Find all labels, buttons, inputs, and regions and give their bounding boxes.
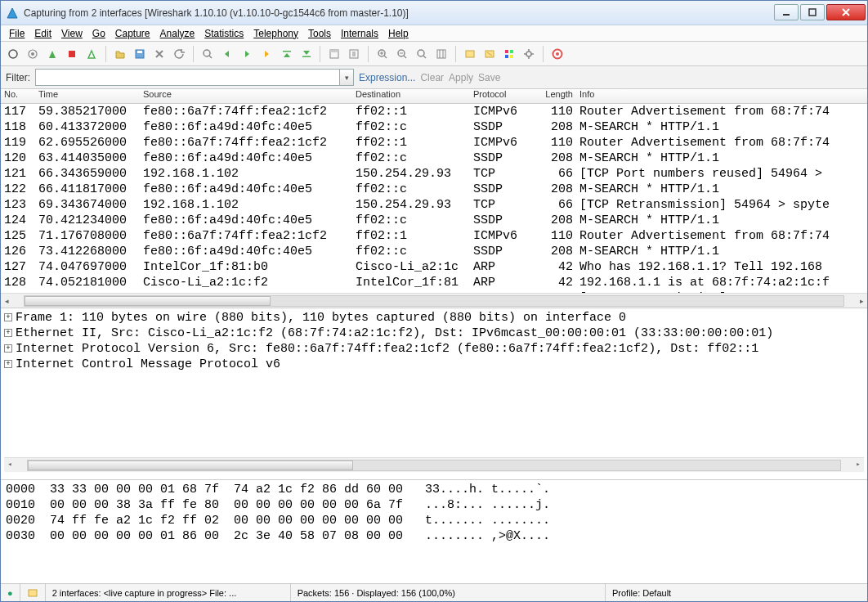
svg-rect-5: [69, 51, 75, 57]
cell-protocol: TCP: [470, 197, 530, 213]
stop-capture-icon[interactable]: [63, 45, 81, 63]
scroll-left-icon[interactable]: ◂: [1, 295, 12, 307]
scroll-left-icon[interactable]: ◂: [4, 460, 16, 471]
resize-columns-icon[interactable]: [432, 45, 450, 63]
maximize-button[interactable]: [800, 4, 825, 20]
packet-details-pane[interactable]: +Frame 1: 110 bytes on wire (880 bits), …: [1, 308, 867, 480]
statusbar: ● 2 interfaces: <live capture in progres…: [1, 583, 867, 601]
filter-apply-button[interactable]: Apply: [449, 72, 473, 83]
menu-capture[interactable]: Capture: [110, 28, 155, 39]
scroll-track[interactable]: [27, 460, 841, 471]
go-last-icon[interactable]: [297, 45, 315, 63]
cell-time: 66.411817000: [35, 182, 140, 197]
toolbar-separator: [543, 46, 544, 62]
packet-bytes-pane[interactable]: 0000 33 33 00 00 00 01 68 7f 74 a2 1c f2…: [1, 480, 867, 583]
expand-icon[interactable]: +: [4, 313, 12, 321]
col-header-source[interactable]: Source: [140, 89, 352, 103]
details-row[interactable]: +Frame 1: 110 bytes on wire (880 bits), …: [4, 310, 864, 326]
col-header-protocol[interactable]: Protocol: [470, 89, 530, 103]
table-row[interactable]: 12571.176708000fe80::6a7f:74ff:fea2:1cf2…: [1, 228, 867, 244]
table-row[interactable]: 11860.413372000fe80::6f:a49d:40fc:40e5ff…: [1, 119, 867, 135]
cell-destination: ff02::c: [352, 213, 470, 228]
packet-list-scrollbar[interactable]: ◂ ▸: [1, 293, 867, 308]
table-row[interactable]: 12369.343674000192.168.1.102150.254.29.9…: [1, 197, 867, 213]
menu-edit[interactable]: Edit: [29, 28, 56, 39]
menu-help[interactable]: Help: [383, 28, 414, 39]
minimize-button[interactable]: [774, 4, 799, 20]
filter-clear-button[interactable]: Clear: [420, 72, 444, 83]
colorize-icon[interactable]: [325, 45, 343, 63]
close-button[interactable]: [826, 4, 866, 20]
table-row[interactable]: 12063.414035000fe80::6f:a49d:40fc:40e5ff…: [1, 150, 867, 166]
menu-internals[interactable]: Internals: [336, 28, 383, 39]
status-expert-icon[interactable]: [20, 584, 46, 601]
menu-telephony[interactable]: Telephony: [248, 28, 303, 39]
filter-dropdown-button[interactable]: ▾: [339, 69, 354, 86]
zoom-out-icon[interactable]: [393, 45, 411, 63]
details-row[interactable]: +Internet Protocol Version 6, Src: fe80:…: [4, 341, 864, 357]
details-scrollbar[interactable]: ◂ ▸: [4, 457, 864, 472]
help-icon[interactable]: [548, 45, 566, 63]
start-capture-icon[interactable]: [43, 45, 61, 63]
table-row[interactable]: 12266.411817000fe80::6f:a49d:40fc:40e5ff…: [1, 182, 867, 197]
auto-scroll-icon[interactable]: [345, 45, 363, 63]
menu-file[interactable]: File: [4, 28, 29, 39]
menu-view[interactable]: View: [56, 28, 87, 39]
table-row[interactable]: 12673.412268000fe80::6f:a49d:40fc:40e5ff…: [1, 244, 867, 259]
cell-length: 208: [530, 244, 576, 259]
col-header-destination[interactable]: Destination: [352, 89, 470, 103]
find-icon[interactable]: [199, 45, 217, 63]
col-header-no[interactable]: No.: [1, 89, 35, 103]
expand-icon[interactable]: +: [4, 344, 12, 353]
filter-expression-button[interactable]: Expression...: [359, 72, 415, 83]
scroll-track[interactable]: [24, 295, 844, 307]
table-row[interactable]: 11759.385217000fe80::6a7f:74ff:fea2:1cf2…: [1, 104, 867, 119]
table-row[interactable]: 12774.047697000IntelCor_1f:81:b0Cisco-Li…: [1, 259, 867, 275]
col-header-length[interactable]: Length: [530, 89, 576, 103]
open-file-icon[interactable]: [111, 45, 129, 63]
details-row[interactable]: +Ethernet II, Src: Cisco-Li_a2:1c:f2 (68…: [4, 326, 864, 341]
interfaces-icon[interactable]: [4, 45, 22, 63]
restart-capture-icon[interactable]: [83, 45, 101, 63]
packet-list-body[interactable]: 11759.385217000fe80::6a7f:74ff:fea2:1cf2…: [1, 104, 867, 293]
go-forward-icon[interactable]: [238, 45, 256, 63]
display-filters-icon[interactable]: [481, 45, 499, 63]
menu-tools[interactable]: Tools: [303, 28, 336, 39]
menu-analyze[interactable]: Analyze: [155, 28, 200, 39]
expand-icon[interactable]: +: [4, 329, 12, 337]
table-row[interactable]: 12470.421234000fe80::6f:a49d:40fc:40e5ff…: [1, 213, 867, 228]
col-header-info[interactable]: Info: [576, 89, 867, 103]
coloring-rules-icon[interactable]: [500, 45, 518, 63]
details-row[interactable]: +Internet Control Message Protocol v6: [4, 357, 864, 372]
preferences-icon[interactable]: [520, 45, 538, 63]
status-profile[interactable]: Profile: Default: [606, 584, 867, 601]
cell-destination: ff02::1: [352, 104, 470, 119]
scroll-right-icon[interactable]: ▸: [856, 295, 867, 307]
filter-save-button[interactable]: Save: [478, 72, 500, 83]
reload-file-icon[interactable]: [170, 45, 188, 63]
options-icon[interactable]: [24, 45, 42, 63]
cell-length: 110: [530, 135, 576, 150]
close-file-icon[interactable]: [150, 45, 168, 63]
table-row[interactable]: 11962.695526000fe80::6a7f:74ff:fea2:1cf2…: [1, 135, 867, 150]
go-back-icon[interactable]: [218, 45, 236, 63]
menubar: File Edit View Go Capture Analyze Statis…: [1, 25, 867, 42]
go-to-packet-icon[interactable]: [257, 45, 275, 63]
zoom-100-icon[interactable]: [413, 45, 431, 63]
go-first-icon[interactable]: [277, 45, 295, 63]
scroll-thumb[interactable]: [25, 296, 271, 306]
filter-input[interactable]: [35, 69, 339, 86]
zoom-in-icon[interactable]: [374, 45, 391, 63]
menu-statistics[interactable]: Statistics: [199, 28, 248, 39]
save-file-icon[interactable]: [131, 45, 149, 63]
table-row[interactable]: 12874.052181000Cisco-Li_a2:1c:f2IntelCor…: [1, 275, 867, 290]
col-header-time[interactable]: Time: [35, 89, 140, 103]
menu-go[interactable]: Go: [87, 28, 110, 39]
capture-filters-icon[interactable]: [461, 45, 479, 63]
table-row[interactable]: 12166.343659000192.168.1.102150.254.29.9…: [1, 166, 867, 182]
expand-icon[interactable]: +: [4, 360, 12, 368]
svg-rect-18: [466, 51, 474, 57]
cell-info: M-SEARCH * HTTP/1.1: [576, 182, 867, 197]
scroll-right-icon[interactable]: ▸: [852, 460, 864, 471]
scroll-thumb[interactable]: [28, 460, 353, 470]
